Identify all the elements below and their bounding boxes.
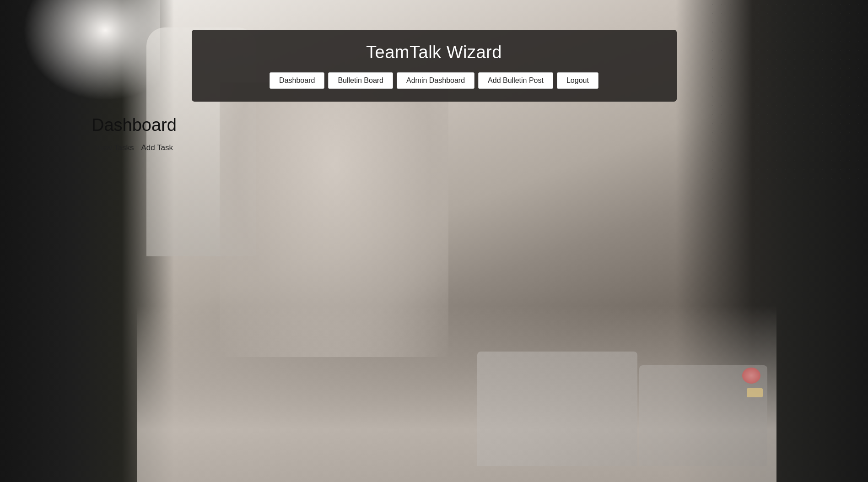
nav-header: TeamTalk Wizard Dashboard Bulletin Board… [192, 30, 677, 102]
dashboard-section: Dashboard View Tasks Add Task [0, 115, 868, 154]
nav-buttons: Dashboard Bulletin Board Admin Dashboard… [205, 72, 663, 89]
logout-nav-button[interactable]: Logout [557, 72, 598, 89]
admin-dashboard-nav-button[interactable]: Admin Dashboard [397, 72, 474, 89]
site-title: TeamTalk Wizard [205, 43, 663, 62]
dashboard-nav-button[interactable]: Dashboard [270, 72, 324, 89]
page-wrapper: TeamTalk Wizard Dashboard Bulletin Board… [0, 30, 868, 482]
add-task-button[interactable]: Add Task [137, 141, 177, 154]
view-tasks-button[interactable]: View Tasks [92, 141, 137, 154]
bulletin-board-nav-button[interactable]: Bulletin Board [328, 72, 393, 89]
task-buttons: View Tasks Add Task [92, 141, 868, 154]
add-bulletin-post-nav-button[interactable]: Add Bulletin Post [478, 72, 553, 89]
dashboard-title: Dashboard [92, 115, 868, 135]
